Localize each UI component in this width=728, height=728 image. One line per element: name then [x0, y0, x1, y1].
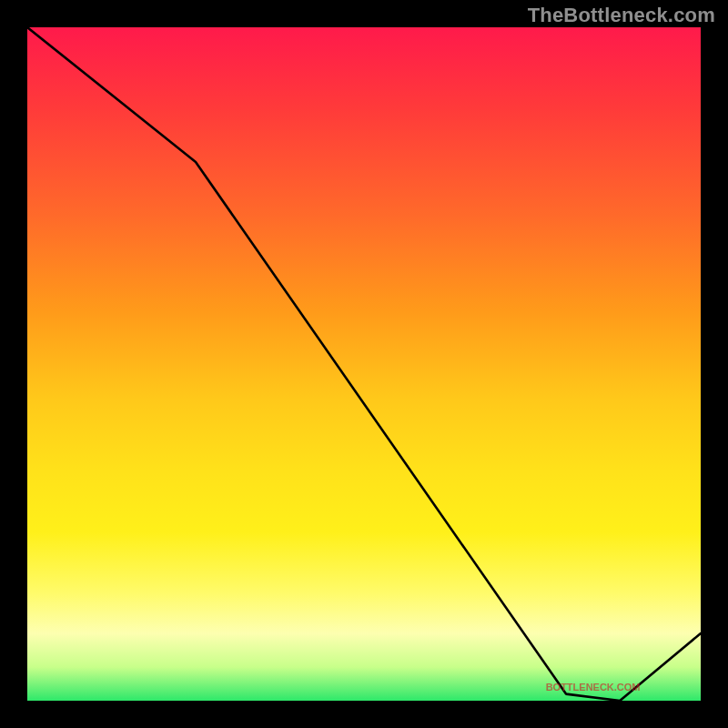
chart-frame: TheBottleneck.com BOTTLENECK.COM	[0, 0, 728, 728]
attribution-text: TheBottleneck.com	[528, 4, 715, 27]
plot-area: BOTTLENECK.COM	[27, 27, 701, 701]
data-line	[27, 27, 701, 701]
watermark-text: BOTTLENECK.COM	[546, 682, 641, 693]
chart-line-svg	[27, 27, 701, 701]
